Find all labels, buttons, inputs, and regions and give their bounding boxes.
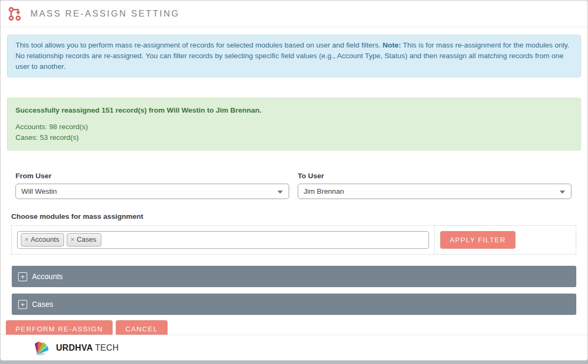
mass-reassign-window: MASS RE-ASSIGN SETTING This tool allows … [0, 0, 588, 361]
remove-chip-icon[interactable]: × [25, 235, 29, 244]
modules-input-cell: × Accounts × Cases [12, 226, 435, 254]
user-select-row: From User Will Westin To User Jim Brenna… [15, 171, 571, 199]
modules-section-label: Choose modules for mass assignment [11, 212, 571, 221]
brand-wordmark: URDHVA TECH [56, 343, 118, 353]
to-user-select[interactable]: Jim Brennan [298, 184, 571, 199]
apply-filter-cell: APPLY FILTER [435, 226, 576, 254]
expand-plus-icon[interactable]: + [18, 272, 27, 281]
success-alert-cases-count: Cases: 53 record(s) [15, 132, 573, 143]
module-chip-label: Accounts [31, 235, 59, 244]
panel-header-cases[interactable]: + Cases [12, 294, 576, 315]
brand-secondary-text: TECH [95, 343, 118, 353]
module-chip-accounts: × Accounts [21, 233, 64, 247]
expand-plus-icon[interactable]: + [18, 300, 27, 309]
panel-header-accounts[interactable]: + Accounts [12, 266, 576, 287]
brand-primary-text: URDHVA [56, 343, 93, 353]
module-chip-cases: × Cases [67, 233, 101, 247]
apply-filter-button[interactable]: APPLY FILTER [440, 231, 515, 249]
from-user-select[interactable]: Will Westin [15, 184, 289, 199]
remove-chip-icon[interactable]: × [70, 235, 75, 244]
to-user-field: To User Jim Brennan [298, 171, 571, 199]
panel-label: Cases [32, 300, 53, 308]
page-title: MASS RE-ASSIGN SETTING [30, 9, 180, 19]
to-user-value: Jim Brennan [304, 187, 344, 195]
panel-label: Accounts [32, 272, 63, 281]
to-user-label: To User [298, 171, 571, 180]
module-chip-label: Cases [77, 235, 97, 244]
info-alert-note-label: Note: [383, 41, 401, 49]
info-alert-text: This tool allows you to perform mass re-… [15, 41, 383, 49]
modules-multiselect-input[interactable]: × Accounts × Cases [17, 231, 429, 249]
success-alert-title: Successfully reassigned 151 record(s) fr… [15, 105, 573, 116]
chevron-down-icon [560, 191, 565, 194]
page-footer: URDHVA TECH [1, 335, 587, 360]
page-header: MASS RE-ASSIGN SETTING [1, 1, 587, 27]
from-user-field: From User Will Westin [15, 171, 289, 199]
info-alert: This tool allows you to perform mass re-… [7, 35, 581, 77]
modules-filter-box: × Accounts × Cases APPLY FILTER [11, 225, 576, 255]
success-alert-accounts-count: Accounts: 98 record(s) [15, 122, 573, 132]
chevron-down-icon [277, 191, 283, 194]
success-alert: Successfully reassigned 151 record(s) fr… [7, 98, 581, 151]
from-user-value: Will Westin [21, 187, 57, 195]
from-user-label: From User [15, 171, 289, 180]
workflow-reassign-icon [7, 6, 23, 22]
urdhvatech-logo-icon [34, 340, 52, 356]
